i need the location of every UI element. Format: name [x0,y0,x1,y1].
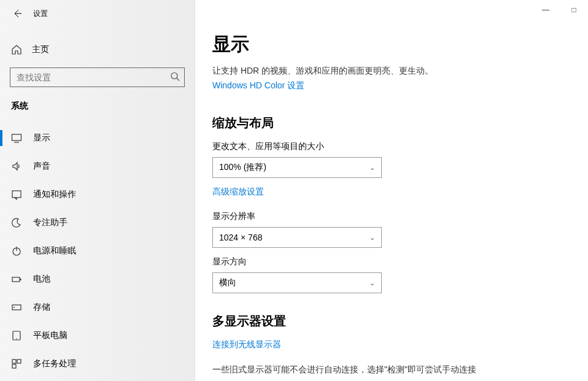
notification-icon [11,189,22,200]
sidebar-item-label: 通知和操作 [33,189,76,200]
orientation-dropdown[interactable]: 横向 ⌄ [212,272,382,293]
svg-point-10 [14,307,15,308]
hdr-settings-link[interactable]: Windows HD Color 设置 [212,80,304,91]
category-label: 系统 [11,101,184,112]
sidebar-item-display[interactable]: 显示 [0,124,195,152]
monitor-icon [11,133,22,144]
resolution-label: 显示分辨率 [212,211,588,222]
titlebar: 设置 [0,0,195,27]
sidebar-item-focus[interactable]: 专注助手 [0,209,195,237]
orientation-label: 显示方向 [212,256,588,267]
scale-value: 100% (推荐) [219,162,266,173]
svg-rect-2 [12,134,21,140]
sidebar-item-power[interactable]: 电源和睡眠 [0,237,195,265]
arrow-left-icon [12,9,22,18]
svg-point-0 [171,73,177,79]
home-row[interactable]: 主页 [0,38,195,61]
sidebar-item-notifications[interactable]: 通知和操作 [0,180,195,209]
home-icon [11,44,22,55]
sidebar-item-battery[interactable]: 电池 [0,265,195,293]
back-button[interactable] [5,1,29,26]
multitask-icon [11,358,22,369]
chevron-down-icon: ⌄ [369,234,375,242]
storage-icon [11,302,22,313]
sidebar-item-label: 多任务处理 [33,358,76,369]
svg-rect-8 [20,279,21,280]
scale-dropdown[interactable]: 100% (推荐) ⌄ [212,157,382,178]
scale-label: 更改文本、应用等项目的大小 [212,141,588,152]
sidebar-item-label: 存储 [33,302,50,313]
svg-point-12 [16,338,17,339]
window-title: 设置 [33,9,48,19]
orientation-value: 横向 [219,277,236,288]
search-icon [170,72,180,83]
window-controls: — □ [532,0,588,20]
hdr-description: 让支持 HDR 的视频、游戏和应用的画面更明亮、更生动。 [212,66,588,77]
svg-rect-15 [12,364,16,368]
sidebar-item-storage[interactable]: 存储 [0,293,195,321]
speaker-icon [11,161,22,172]
svg-line-1 [177,79,179,81]
svg-rect-14 [17,360,21,363]
sidebar-item-sound[interactable]: 声音 [0,152,195,180]
svg-rect-7 [12,277,20,282]
nav: 显示 声音 通知和操作 专注助手 电源和睡眠 电池 存储 平板电脑 [0,124,195,378]
chevron-down-icon: ⌄ [369,164,375,172]
power-icon [11,245,22,256]
moon-icon [11,217,22,228]
minimize-button[interactable]: — [532,0,560,20]
wireless-display-link[interactable]: 连接到无线显示器 [212,339,281,350]
sidebar-item-label: 显示 [33,133,50,144]
svg-rect-4 [12,191,21,198]
sidebar-item-tablet[interactable]: 平板电脑 [0,321,195,350]
resolution-dropdown[interactable]: 1024 × 768 ⌄ [212,227,382,248]
sidebar: 设置 主页 系统 显示 声音 通知和操作 专注助手 [0,0,195,381]
sidebar-item-label: 平板电脑 [33,330,68,341]
page-title: 显示 [212,32,588,57]
search-wrap [10,67,185,87]
home-label: 主页 [32,44,49,55]
sidebar-item-label: 电源和睡眠 [33,245,76,256]
battery-icon [11,274,22,285]
sidebar-item-label: 电池 [33,274,50,285]
svg-rect-13 [12,360,16,363]
maximize-button[interactable]: □ [560,0,588,20]
resolution-value: 1024 × 768 [219,233,262,242]
chevron-down-icon: ⌄ [369,279,375,287]
multi-section-title: 多显示器设置 [212,313,588,329]
sidebar-item-label: 专注助手 [33,217,68,228]
multi-description: 一些旧式显示器可能不会进行自动连接，选择"检测"即可尝试手动连接 [212,363,495,376]
search-input[interactable] [10,67,185,87]
sidebar-item-multitask[interactable]: 多任务处理 [0,350,195,378]
tablet-icon [11,330,22,341]
advanced-scale-link[interactable]: 高级缩放设置 [212,187,264,198]
sidebar-item-label: 声音 [33,161,50,172]
scale-section-title: 缩放与布局 [212,115,588,131]
main-content: — □ 显示 让支持 HDR 的视频、游戏和应用的画面更明亮、更生动。 Wind… [195,0,588,381]
